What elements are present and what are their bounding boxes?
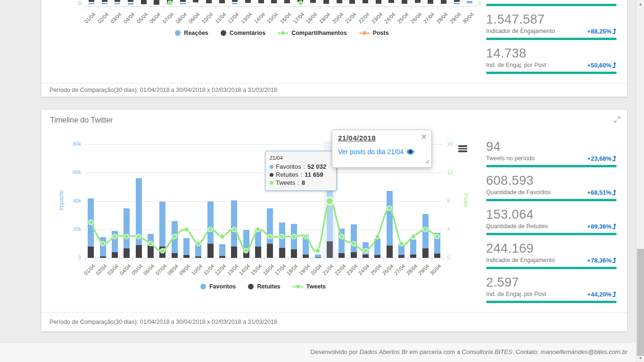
comentarios-bar[interactable] [271, 0, 277, 3]
tweets-point[interactable] [304, 234, 308, 239]
facebook-stats-column: 1.547.587 Indicador de Engajamento +88,2… [486, 4, 617, 74]
comentarios-bar[interactable] [193, 0, 198, 2]
stat-label: Indicador de Engajamento [486, 257, 555, 263]
reacoes-bar[interactable] [467, 1, 472, 3]
reacoes-bar[interactable] [232, 3, 238, 4]
comentarios-bar[interactable] [402, 0, 407, 4]
comentarios-bar[interactable] [206, 0, 212, 3]
comentarios-bar[interactable] [337, 0, 342, 3]
comentarios-bar[interactable] [310, 0, 316, 3]
tweets-point[interactable] [375, 234, 380, 239]
axis-tick [383, 258, 384, 261]
comentarios-bar[interactable] [323, 0, 329, 4]
stat-value: 14.738 [486, 46, 617, 60]
tweets-point[interactable] [339, 234, 344, 239]
twitter-timeline-card: Timeline do Twitter 0020k440k860k1280k16… [41, 110, 627, 331]
comentarios-bar[interactable] [232, 0, 238, 2]
tweets-point[interactable] [315, 248, 320, 253]
contact-email-link[interactable]: manoelfernandes@bites.com.br [541, 348, 627, 355]
tweets-point[interactable] [184, 227, 189, 232]
reacoes-bar[interactable] [115, 3, 120, 4]
reacoes-bar[interactable] [89, 3, 94, 4]
tweets-point[interactable] [220, 234, 224, 239]
legend-item-favoritos[interactable]: Favoritos [200, 283, 236, 290]
tweets-point[interactable] [399, 241, 404, 246]
tweets-point[interactable] [136, 234, 141, 239]
legend-item-posts[interactable]: Posts [359, 30, 389, 36]
comentarios-bar[interactable] [89, 0, 94, 2]
close-icon[interactable]: ✕ [421, 132, 427, 141]
view-posts-link[interactable]: Ver posts do dia 21/04 [338, 148, 426, 156]
tweets-point[interactable] [268, 234, 272, 239]
tweets-point[interactable] [387, 206, 392, 211]
comentarios-bar[interactable] [128, 0, 133, 2]
tweets-point[interactable] [363, 248, 368, 253]
axis-tick [346, 6, 346, 9]
comentarios-bar[interactable] [154, 0, 159, 5]
tweets-point[interactable] [196, 241, 201, 246]
reacoes-bar[interactable] [454, 3, 460, 4]
axis-tick [192, 258, 193, 261]
legend-item-tweets[interactable]: Tweets [293, 283, 326, 290]
stat-value: 153.064 [486, 207, 617, 222]
vertical-scrollbar[interactable]: ▲ ▼ [636, 0, 644, 362]
scroll-down-icon[interactable]: ▼ [636, 354, 644, 362]
comentarios-bar[interactable] [388, 0, 394, 3]
tweets-point[interactable] [89, 220, 93, 225]
stat-delta: +44,20% [587, 291, 617, 298]
legend-item-comentarios[interactable]: Comentários [221, 30, 265, 36]
expand-icon[interactable] [614, 116, 620, 123]
comentarios-bar[interactable] [180, 0, 186, 2]
compartilhamentos-point[interactable] [167, 0, 173, 6]
tweets-point[interactable] [291, 234, 296, 239]
tweets-point[interactable] [351, 241, 356, 246]
reacoes-bar[interactable] [180, 3, 186, 4]
tweets-point[interactable] [112, 234, 117, 239]
tweets-point[interactable] [423, 227, 428, 232]
tweets-point[interactable] [100, 241, 105, 246]
comentarios-bar[interactable] [454, 0, 460, 2]
tweets-point[interactable] [208, 227, 213, 232]
scroll-up-icon[interactable]: ▲ [636, 0, 644, 8]
stat-label: Indicador de Engajamento [486, 28, 555, 34]
tweets-point[interactable] [148, 241, 153, 246]
comentarios-bar[interactable] [141, 0, 147, 4]
axis-tick [385, 6, 385, 9]
compartilhamentos-point[interactable] [298, 0, 303, 6]
tweets-point[interactable] [232, 227, 237, 232]
reacoes-bar[interactable] [128, 3, 133, 5]
tooltip-value: 52 032 [307, 163, 326, 171]
comentarios-bar[interactable] [376, 0, 381, 4]
comentarios-bar[interactable] [349, 0, 355, 4]
reacoes-bar[interactable] [102, 3, 107, 4]
resize-handle-icon[interactable] [424, 157, 429, 165]
comentarios-bar[interactable] [102, 0, 107, 2]
y-axis-label-right: 12 [447, 169, 461, 175]
tweets-point[interactable] [172, 234, 177, 239]
legend-item-reacoes[interactable]: Reações [175, 30, 208, 36]
chart-menu-icon[interactable] [458, 145, 467, 152]
comentarios-bar[interactable] [284, 0, 290, 3]
tweets-point[interactable] [124, 234, 129, 239]
comentarios-bar[interactable] [115, 0, 120, 2]
tweets-point[interactable] [160, 248, 165, 253]
comentarios-bar[interactable] [428, 0, 433, 4]
tweets-point[interactable] [435, 234, 439, 239]
legend-item-retuites[interactable]: Retuites [248, 283, 280, 290]
scrollbar-thumb[interactable] [637, 249, 644, 356]
comentarios-bar[interactable] [258, 0, 264, 3]
comentarios-bar[interactable] [363, 0, 368, 3]
legend-label: Favoritos [209, 283, 236, 290]
comentarios-bar[interactable] [245, 0, 251, 3]
tweets-point[interactable] [411, 234, 416, 239]
comentarios-bar[interactable] [219, 0, 225, 3]
tweets-point[interactable] [244, 248, 248, 253]
tweets-point[interactable] [326, 197, 333, 205]
tweets-point[interactable] [280, 234, 284, 239]
posts-line-icon [359, 33, 370, 34]
legend-item-compartilhamentos[interactable]: Compartilhamentos [278, 30, 347, 36]
comentarios-bar[interactable] [415, 0, 421, 3]
stat-favoritos: 608.593 Quantidade de Favoritos +68,51% [486, 167, 617, 201]
tweets-point[interactable] [256, 227, 260, 232]
comentarios-bar[interactable] [441, 0, 446, 4]
